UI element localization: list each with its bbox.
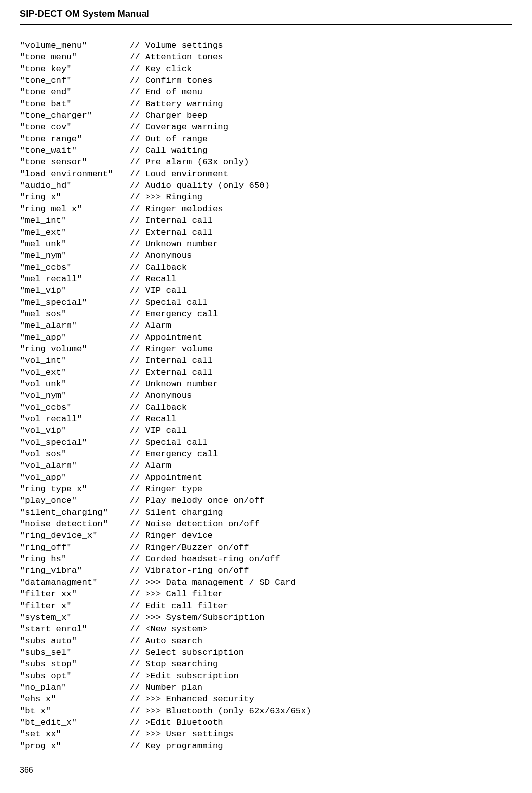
code-key: "load_environment" xyxy=(20,168,130,180)
code-row: "vol_recall"// Recall xyxy=(20,414,512,425)
code-row: "ring_type_x"// Ringer type xyxy=(20,484,512,495)
code-key: "play_once" xyxy=(20,495,130,506)
code-row: "mel_recall"// Recall xyxy=(20,274,512,285)
code-row: "tone_bat"// Battery warning xyxy=(20,98,512,110)
code-key: "vol_alarm" xyxy=(20,460,130,472)
code-comment: // >Edit subscription xyxy=(130,670,239,682)
code-key: "mel_ext" xyxy=(20,227,130,238)
code-comment: // Alarm xyxy=(130,320,171,332)
code-comment: // Noise detection on/off xyxy=(130,518,259,530)
code-row: "mel_sos"// Emergency call xyxy=(20,308,512,320)
code-key: "silent_charging" xyxy=(20,507,130,518)
code-key: "vol_sos" xyxy=(20,448,130,460)
code-row: "ring_mel_x"// Ringer melodies xyxy=(20,204,512,215)
code-key: "bt_x" xyxy=(20,706,130,717)
code-key: "filter_xx" xyxy=(20,588,130,600)
code-comment: // Internal call xyxy=(130,355,213,366)
code-key: "ring_device_x" xyxy=(20,530,130,542)
code-comment: // Callback xyxy=(130,402,187,414)
code-key: "tone_key" xyxy=(20,64,130,75)
code-row: "tone_wait"// Call waiting xyxy=(20,145,512,156)
code-row: "vol_ext"// External call xyxy=(20,367,512,378)
code-row: "subs_sel"// Select subscription xyxy=(20,647,512,658)
code-key: "mel_special" xyxy=(20,297,130,308)
code-key: "vol_unk" xyxy=(20,378,130,390)
code-row: "subs_opt"// >Edit subscription xyxy=(20,670,512,682)
code-key: "mel_int" xyxy=(20,215,130,226)
code-key: "subs_sel" xyxy=(20,647,130,658)
code-key: "tone_charger" xyxy=(20,110,130,122)
code-row: "mel_ext"// External call xyxy=(20,227,512,238)
code-key: "tone_sensor" xyxy=(20,156,130,168)
code-row: "subs_auto"// Auto search xyxy=(20,636,512,647)
code-comment: // Callback xyxy=(130,262,187,274)
code-comment: // Special call xyxy=(130,437,208,448)
code-comment: // Anonymous xyxy=(130,250,192,262)
code-key: "mel_vip" xyxy=(20,285,130,296)
code-key: "vol_ccbs" xyxy=(20,402,130,414)
code-row: "mel_nym"// Anonymous xyxy=(20,250,512,262)
code-comment: // Key click xyxy=(130,64,192,75)
code-row: "tone_range"// Out of range xyxy=(20,134,512,145)
code-comment: // Internal call xyxy=(130,215,213,226)
code-key: "tone_cnf" xyxy=(20,75,130,86)
code-comment: // Play melody once on/off xyxy=(130,495,265,506)
header-rule xyxy=(20,24,512,25)
code-row: "ring_volume"// Ringer volume xyxy=(20,344,512,355)
code-row: "ehs_x"// >>> Enhanced security xyxy=(20,694,512,705)
code-key: "ring_volume" xyxy=(20,344,130,355)
code-row: "ring_device_x"// Ringer device xyxy=(20,530,512,542)
code-row: "bt_edit_x"// >Edit Bluetooth xyxy=(20,717,512,728)
code-row: "mel_ccbs"// Callback xyxy=(20,262,512,274)
code-key: "ring_type_x" xyxy=(20,484,130,495)
code-comment: // Appointment xyxy=(130,332,202,344)
code-row: "mel_alarm"// Alarm xyxy=(20,320,512,332)
code-comment: // >>> Data management / SD Card xyxy=(130,577,296,588)
code-comment: // Ringer device xyxy=(130,530,213,542)
code-row: "vol_vip"// VIP call xyxy=(20,425,512,436)
code-key: "vol_special" xyxy=(20,437,130,448)
code-key: "mel_unk" xyxy=(20,238,130,250)
code-row: "play_once"// Play melody once on/off xyxy=(20,495,512,506)
code-row: "ring_vibra"// Vibrator-ring on/off xyxy=(20,565,512,576)
code-row: "mel_special"// Special call xyxy=(20,297,512,308)
code-key: "vol_int" xyxy=(20,355,130,366)
code-comment: // Unknown number xyxy=(130,238,218,250)
code-comment: // Loud environment xyxy=(130,168,228,180)
code-comment: // >>> Ringing xyxy=(130,192,202,203)
code-key: "ring_vibra" xyxy=(20,565,130,576)
code-key: "system_x" xyxy=(20,612,130,624)
code-comment: // Number plan xyxy=(130,682,202,694)
code-row: "prog_x"// Key programming xyxy=(20,740,512,752)
code-key: "mel_nym" xyxy=(20,250,130,262)
code-key: "tone_wait" xyxy=(20,145,130,156)
code-key: "filter_x" xyxy=(20,600,130,612)
code-key: "subs_opt" xyxy=(20,670,130,682)
code-comment: // External call xyxy=(130,227,213,238)
code-row: "tone_key"// Key click xyxy=(20,64,512,75)
code-comment: // Recall xyxy=(130,274,176,285)
code-key: "volume_menu" xyxy=(20,40,130,52)
code-key: "prog_x" xyxy=(20,740,130,752)
code-row: "volume_menu"// Volume settings xyxy=(20,40,512,52)
code-row: "vol_alarm"// Alarm xyxy=(20,460,512,472)
code-row: "bt_x"// >>> Bluetooth (only 62x/63x/65x… xyxy=(20,706,512,717)
code-comment: // Out of range xyxy=(130,134,208,145)
code-key: "tone_range" xyxy=(20,134,130,145)
code-row: "mel_unk"// Unknown number xyxy=(20,238,512,250)
code-comment: // Edit call filter xyxy=(130,600,228,612)
code-comment: // Audio quality (only 650) xyxy=(130,180,270,192)
code-comment: // Select subscription xyxy=(130,647,244,658)
code-comment: // Pre alarm (63x only) xyxy=(130,156,249,168)
code-row: "set_xx"// >>> User settings xyxy=(20,728,512,740)
code-key: "mel_sos" xyxy=(20,308,130,320)
code-key: "tone_menu" xyxy=(20,52,130,63)
code-comment: // Anonymous xyxy=(130,390,192,402)
code-row: "filter_xx"// >>> Call filter xyxy=(20,588,512,600)
code-key: "ring_off" xyxy=(20,542,130,554)
code-row: "tone_sensor"// Pre alarm (63x only) xyxy=(20,156,512,168)
page-number: 366 xyxy=(20,766,512,775)
code-row: "tone_menu"// Attention tones xyxy=(20,52,512,63)
code-key: "vol_recall" xyxy=(20,414,130,425)
code-row: "vol_nym"// Anonymous xyxy=(20,390,512,402)
